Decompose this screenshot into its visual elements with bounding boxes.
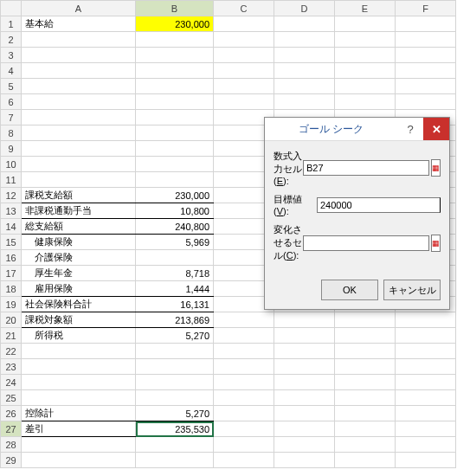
cell-B1[interactable]: 230,000	[136, 16, 214, 32]
cell-D22[interactable]	[274, 344, 335, 359]
cell-B15[interactable]: 5,969	[136, 235, 214, 250]
cell-F24[interactable]	[396, 375, 456, 390]
column-header-A[interactable]: A	[22, 1, 136, 16]
cell-A4[interactable]	[22, 63, 136, 79]
row-header[interactable]: 29	[1, 453, 22, 468]
range-picker-icon[interactable]: ▦	[431, 159, 441, 177]
cell-F5[interactable]	[396, 79, 456, 94]
cell-E24[interactable]	[335, 375, 396, 390]
cell-B9[interactable]	[136, 141, 214, 157]
cell-A29[interactable]	[22, 453, 136, 468]
row-header[interactable]: 8	[1, 125, 22, 141]
cell-A8[interactable]	[22, 125, 136, 141]
cell-B26[interactable]: 5,270	[136, 406, 214, 421]
row-header[interactable]: 5	[1, 79, 22, 94]
cell-C27[interactable]	[214, 421, 274, 437]
row-header[interactable]: 11	[1, 172, 22, 188]
cell-F3[interactable]	[396, 48, 456, 63]
cell-E28[interactable]	[335, 437, 396, 453]
cell-C2[interactable]	[214, 32, 274, 48]
cell-D5[interactable]	[274, 79, 335, 94]
cell-C25[interactable]	[214, 390, 274, 406]
row-header[interactable]: 3	[1, 48, 22, 63]
cell-A5[interactable]	[22, 79, 136, 94]
cell-F26[interactable]	[396, 406, 456, 421]
cell-B13[interactable]: 10,800	[136, 203, 214, 219]
cell-F6[interactable]	[396, 94, 456, 110]
close-icon[interactable]: ✕	[423, 118, 449, 140]
row-header[interactable]: 2	[1, 32, 22, 48]
row-header[interactable]: 20	[1, 312, 22, 328]
cell-D2[interactable]	[274, 32, 335, 48]
cell-C6[interactable]	[214, 94, 274, 110]
cell-C28[interactable]	[214, 437, 274, 453]
cell-A22[interactable]	[22, 344, 136, 359]
cell-E23[interactable]	[335, 359, 396, 375]
row-header[interactable]: 14	[1, 219, 22, 235]
cell-E21[interactable]	[335, 328, 396, 344]
cell-A10[interactable]	[22, 157, 136, 172]
cell-A27[interactable]: 差引	[22, 421, 136, 437]
cell-E2[interactable]	[335, 32, 396, 48]
cell-D28[interactable]	[274, 437, 335, 453]
help-icon[interactable]: ?	[397, 118, 423, 140]
cell-A24[interactable]	[22, 375, 136, 390]
row-header[interactable]: 25	[1, 390, 22, 406]
cell-B20[interactable]: 213,869	[136, 312, 214, 328]
cell-F27[interactable]	[396, 421, 456, 437]
cell-B12[interactable]: 230,000	[136, 188, 214, 203]
cell-F21[interactable]	[396, 328, 456, 344]
cell-D26[interactable]	[274, 406, 335, 421]
cell-B5[interactable]	[136, 79, 214, 94]
cell-A13[interactable]: 非課税通勤手当	[22, 203, 136, 219]
cell-D24[interactable]	[274, 375, 335, 390]
cell-F20[interactable]	[396, 312, 456, 328]
cell-E1[interactable]	[335, 16, 396, 32]
cell-A11[interactable]	[22, 172, 136, 188]
row-header[interactable]: 12	[1, 188, 22, 203]
range-picker-icon[interactable]: ▦	[431, 235, 441, 252]
row-header[interactable]: 24	[1, 375, 22, 390]
cell-A12[interactable]: 課税支給額	[22, 188, 136, 203]
cell-A21[interactable]: 所得税	[22, 328, 136, 344]
cell-B24[interactable]	[136, 375, 214, 390]
cell-C26[interactable]	[214, 406, 274, 421]
cell-A14[interactable]: 総支給額	[22, 219, 136, 235]
cell-F28[interactable]	[396, 437, 456, 453]
cell-C1[interactable]	[214, 16, 274, 32]
column-header-D[interactable]: D	[274, 1, 335, 16]
cell-D21[interactable]	[274, 328, 335, 344]
cell-A16[interactable]: 介護保険	[22, 250, 136, 266]
column-header-F[interactable]: F	[396, 1, 456, 16]
cell-B8[interactable]	[136, 125, 214, 141]
cell-A9[interactable]	[22, 141, 136, 157]
cell-D3[interactable]	[274, 48, 335, 63]
cell-B22[interactable]	[136, 344, 214, 359]
row-header[interactable]: 19	[1, 297, 22, 312]
row-header[interactable]: 17	[1, 266, 22, 281]
cell-A17[interactable]: 厚生年金	[22, 266, 136, 281]
cell-B10[interactable]	[136, 157, 214, 172]
cell-F22[interactable]	[396, 344, 456, 359]
cell-D27[interactable]	[274, 421, 335, 437]
cell-C22[interactable]	[214, 344, 274, 359]
cell-F25[interactable]	[396, 390, 456, 406]
row-header[interactable]: 15	[1, 235, 22, 250]
cell-A20[interactable]: 課税対象額	[22, 312, 136, 328]
cell-E22[interactable]	[335, 344, 396, 359]
cell-B3[interactable]	[136, 48, 214, 63]
cell-D20[interactable]	[274, 312, 335, 328]
cell-D6[interactable]	[274, 94, 335, 110]
cell-E27[interactable]	[335, 421, 396, 437]
row-header[interactable]: 28	[1, 437, 22, 453]
cell-D25[interactable]	[274, 390, 335, 406]
cell-C20[interactable]	[214, 312, 274, 328]
row-header[interactable]: 6	[1, 94, 22, 110]
row-header[interactable]: 4	[1, 63, 22, 79]
row-header[interactable]: 22	[1, 344, 22, 359]
cell-E4[interactable]	[335, 63, 396, 79]
by-cell-input[interactable]	[303, 235, 429, 251]
cell-A23[interactable]	[22, 359, 136, 375]
cell-A1[interactable]: 基本給	[22, 16, 136, 32]
column-header-B[interactable]: B	[136, 1, 214, 16]
